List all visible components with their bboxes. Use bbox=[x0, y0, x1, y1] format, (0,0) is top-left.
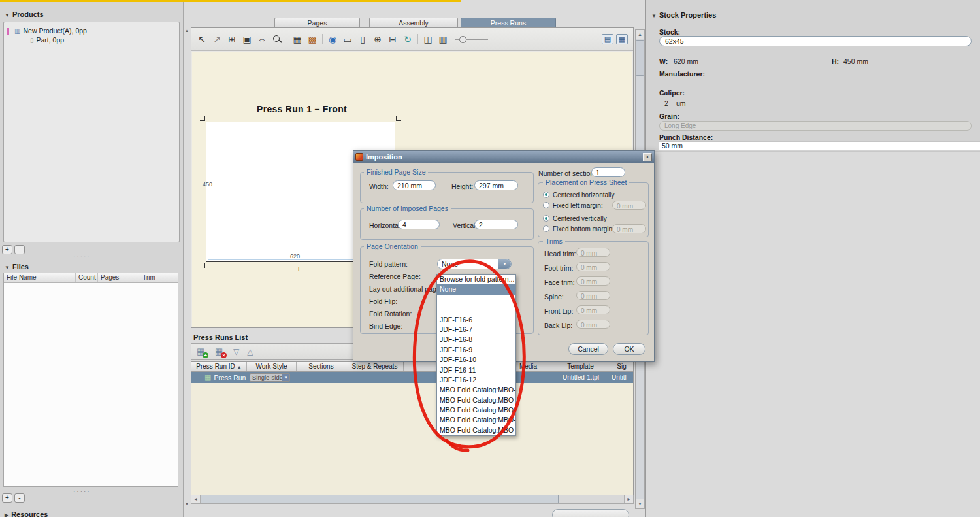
fold-option[interactable]: JDF-F16-8 bbox=[437, 335, 515, 344]
target-tool-icon[interactable]: ⊕ bbox=[372, 34, 383, 44]
remove-product-button[interactable]: - bbox=[14, 245, 25, 254]
grain-select[interactable]: Long Edge bbox=[659, 121, 972, 131]
move-up-button[interactable]: △ bbox=[247, 347, 253, 356]
list-view-button[interactable]: ▤ bbox=[602, 34, 613, 44]
stock-input[interactable]: 62x45 bbox=[659, 36, 972, 46]
foot-trim-input[interactable]: 0 mm bbox=[576, 262, 610, 271]
grid-view-button[interactable]: ▦ bbox=[616, 34, 628, 44]
files-section-header[interactable]: ▼Files bbox=[5, 263, 29, 271]
fixed-left-margin-radio[interactable] bbox=[543, 202, 549, 208]
front-lip-input[interactable]: 0 mm bbox=[576, 305, 610, 314]
fold-option[interactable]: MBO Fold Catalog:MBO-29 bbox=[437, 405, 515, 415]
select-tool-icon[interactable]: ↖ bbox=[197, 34, 207, 44]
col-work-style[interactable]: Work Style bbox=[247, 362, 297, 371]
col-signature[interactable]: Sig bbox=[610, 362, 633, 371]
zoom-slider[interactable] bbox=[455, 36, 488, 42]
head-trim-input[interactable]: 0 mm bbox=[576, 248, 610, 257]
fold-option[interactable]: JDF-F16-12 bbox=[437, 375, 515, 385]
grid-tool-icon[interactable]: ▦ bbox=[292, 34, 302, 44]
centered-horizontally-radio[interactable] bbox=[543, 192, 549, 198]
files-col-count[interactable]: Count bbox=[76, 273, 98, 282]
horizontal-scrollbar-thumb[interactable] bbox=[201, 495, 559, 503]
work-style-select[interactable]: Single-side ▾ bbox=[250, 373, 290, 382]
panel-splitter-grip[interactable] bbox=[73, 488, 91, 495]
fold-option[interactable]: MBO Fold Catalog:MBO-27 bbox=[437, 385, 515, 395]
page-tool-icon[interactable]: ▣ bbox=[242, 34, 252, 44]
remove-file-button[interactable]: - bbox=[14, 493, 25, 503]
fold-option-blank[interactable] bbox=[437, 305, 515, 314]
fit-tool-icon[interactable]: ⊟ bbox=[387, 34, 398, 44]
add-file-button[interactable]: + bbox=[2, 493, 12, 503]
fold-option[interactable]: JDF-F16-7 bbox=[437, 325, 515, 335]
horizontal-scrollbar[interactable]: ◄ ► bbox=[191, 495, 634, 504]
fold-option[interactable]: JDF-F16-9 bbox=[437, 345, 515, 355]
dialog-titlebar[interactable]: Imposition × bbox=[353, 151, 654, 163]
files-col-filename[interactable]: File Name bbox=[4, 273, 76, 282]
spine-input[interactable]: 0 mm bbox=[576, 291, 610, 300]
vertical-input[interactable]: 2 bbox=[474, 220, 518, 229]
files-col-trim[interactable]: Trim bbox=[120, 273, 178, 282]
delete-press-run-button[interactable]: ▦ × bbox=[215, 346, 225, 357]
number-of-sections-input[interactable]: 1 bbox=[591, 167, 625, 177]
ruler-tool-icon[interactable]: ▭ bbox=[342, 34, 353, 44]
press-run-row[interactable]: ▦ Press Run Single-side ▾ Untitled-1.tpl bbox=[191, 372, 633, 383]
col-press-run-id[interactable]: Press Run ID▲ bbox=[191, 362, 247, 371]
tile-vertical-icon[interactable]: ▥ bbox=[438, 34, 448, 44]
fold-pattern-select[interactable]: None ▾ bbox=[437, 259, 512, 269]
fold-option[interactable]: JDF-F16-11 bbox=[437, 365, 515, 375]
cancel-button[interactable]: Cancel bbox=[568, 343, 608, 355]
add-product-button[interactable]: + bbox=[2, 245, 12, 254]
fold-option[interactable]: JDF-F16-10 bbox=[437, 355, 515, 365]
col-step-repeats[interactable]: Step & Repeats bbox=[346, 362, 404, 371]
scroll-left-icon[interactable]: ◄ bbox=[191, 495, 201, 503]
collapse-down-arrow[interactable]: ▼ bbox=[185, 502, 189, 506]
tile-horizontal-icon[interactable]: ◫ bbox=[423, 34, 433, 44]
ok-button[interactable]: OK bbox=[613, 343, 645, 355]
fixed-left-margin-input[interactable]: 0 mm bbox=[612, 201, 646, 210]
files-col-pages[interactable]: Pages bbox=[98, 273, 120, 282]
close-icon[interactable]: × bbox=[643, 153, 652, 161]
fold-option-none[interactable]: None bbox=[437, 284, 515, 294]
tab-pages[interactable]: Pages bbox=[274, 18, 360, 28]
fixed-bottom-margin-radio[interactable] bbox=[543, 225, 549, 232]
fold-option-blank[interactable] bbox=[437, 295, 515, 305]
width-input[interactable]: 210 mm bbox=[393, 180, 436, 190]
stock-properties-header[interactable]: ▼Stock Properties bbox=[651, 11, 716, 19]
punch-distance-input[interactable]: 50 mm bbox=[659, 141, 980, 150]
scroll-down-icon[interactable]: ▼ bbox=[636, 499, 644, 508]
preview-eye-icon[interactable]: ◉ bbox=[327, 34, 338, 44]
tree-item-part[interactable]: ▯Part, 0pp bbox=[30, 36, 64, 44]
face-trim-input[interactable]: 0 mm bbox=[576, 276, 610, 286]
pan-tool-icon[interactable]: ⇔ bbox=[257, 34, 267, 44]
marks-tool-icon[interactable]: ▩ bbox=[307, 34, 318, 44]
tab-assembly[interactable]: Assembly bbox=[369, 18, 458, 28]
direct-select-tool-icon[interactable]: ↗ bbox=[212, 34, 222, 44]
horizontal-scrollbar-track[interactable] bbox=[559, 495, 624, 503]
sheet-tool-icon[interactable]: ▯ bbox=[357, 34, 368, 44]
horizontal-input[interactable]: 4 bbox=[398, 220, 440, 229]
height-input[interactable]: 297 mm bbox=[474, 180, 518, 190]
fold-option-browse[interactable]: Browse for fold pattern... bbox=[437, 275, 515, 284]
fold-option[interactable]: MBO Fold Catalog:MBO-3 bbox=[437, 415, 515, 425]
centered-vertically-radio[interactable] bbox=[543, 215, 549, 222]
fold-option[interactable]: MBO Fold Catalog:MBO-34 bbox=[437, 425, 515, 435]
fixed-bottom-margin-input[interactable]: 0 mm bbox=[612, 224, 646, 233]
col-template[interactable]: Template bbox=[551, 362, 610, 371]
add-press-run-button[interactable]: ▦ + bbox=[197, 346, 207, 357]
collapse-up-arrow[interactable]: ▲ bbox=[185, 29, 189, 33]
fold-option[interactable]: JDF-F16-6 bbox=[437, 315, 515, 325]
zoom-tool-icon[interactable] bbox=[272, 34, 282, 44]
scroll-right-icon[interactable]: ► bbox=[624, 495, 633, 503]
products-section-header[interactable]: ▼Products bbox=[5, 10, 44, 18]
partial-bottom-button[interactable] bbox=[552, 509, 629, 517]
insert-page-tool-icon[interactable]: ⊞ bbox=[227, 34, 237, 44]
tree-item-product[interactable]: ▥New Product(A), 0pp bbox=[14, 27, 87, 35]
scroll-up-icon[interactable]: ▲ bbox=[636, 30, 644, 39]
back-lip-input[interactable]: 0 mm bbox=[576, 320, 610, 329]
refresh-tool-icon[interactable]: ↻ bbox=[402, 34, 413, 44]
move-down-button[interactable]: ▽ bbox=[233, 347, 239, 356]
tab-press-runs[interactable]: Press Runs bbox=[461, 18, 556, 28]
fold-option[interactable]: MBO Fold Catalog:MBO-28 bbox=[437, 395, 515, 405]
panel-splitter-grip[interactable] bbox=[73, 252, 91, 259]
resources-section-header[interactable]: ▶Resources bbox=[5, 510, 48, 517]
